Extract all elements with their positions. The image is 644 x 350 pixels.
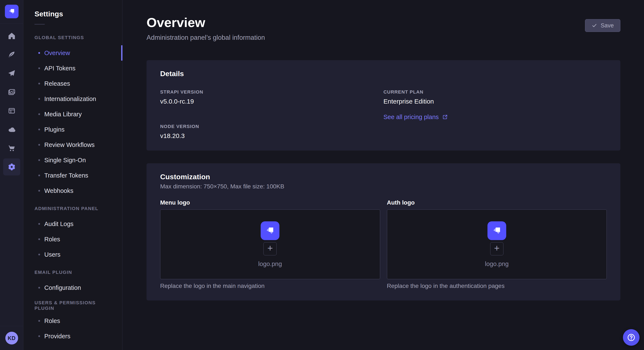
upload-label: Auth logo	[387, 199, 607, 206]
subnav-item-plugins[interactable]: Plugins	[24, 122, 122, 137]
customization-card-title: Customization	[160, 173, 607, 181]
menu-logo-caption: Replace the logo in the main navigation	[160, 283, 380, 289]
menu-logo-upload: Menu logo + logo.png	[160, 199, 380, 289]
rail-menu	[3, 27, 20, 175]
subnav-item-webhooks[interactable]: Webhooks	[24, 183, 122, 198]
pricing-plans-link-label: See all pricing plans	[384, 114, 439, 121]
section-global-settings: GLOBAL SETTINGS Overview API Tokens Rele…	[24, 30, 122, 198]
subnav-title-rule	[34, 24, 45, 24]
rail-divider-bottom	[0, 326, 23, 326]
menu-logo-dropzone[interactable]: + logo.png	[160, 209, 380, 279]
rail-item-marketplace[interactable]	[3, 140, 20, 157]
field-current-plan: CURRENT PLAN Enterprise Edition See all …	[384, 89, 607, 140]
pricing-plans-link[interactable]: See all pricing plans	[384, 114, 448, 121]
menu-logo-filename: logo.png	[258, 260, 282, 268]
subnav-item-releases[interactable]: Releases	[24, 76, 122, 91]
paper-plane-icon	[8, 69, 16, 78]
rail-item-deploy[interactable]	[3, 121, 20, 138]
details-card-title: Details	[160, 70, 607, 78]
help-button[interactable]	[623, 329, 640, 346]
subnav-item-internationalization[interactable]: Internationalization	[24, 91, 122, 107]
section-label: GLOBAL SETTINGS	[24, 30, 122, 45]
bullet-icon	[38, 320, 40, 322]
bullet-icon	[38, 52, 40, 54]
bullet-icon	[38, 144, 40, 146]
add-menu-logo-button[interactable]: +	[264, 242, 277, 255]
page-title: Overview	[146, 15, 265, 30]
section-users-permissions-plugin: USERS & PERMISSIONS PLUGIN Roles Provide…	[24, 298, 122, 344]
field-value: v18.20.3	[160, 132, 384, 140]
subnav-header: Settings	[24, 0, 122, 24]
subnav-title: Settings	[34, 10, 111, 18]
section-label: EMAIL PLUGIN	[24, 265, 122, 280]
bullet-icon	[38, 67, 40, 69]
page-header-text: Overview Administration panel’s global i…	[146, 15, 265, 41]
check-icon	[592, 23, 597, 28]
bullet-icon	[38, 98, 40, 100]
add-auth-logo-button[interactable]: +	[490, 242, 504, 255]
subnav-item-up-roles[interactable]: Roles	[24, 313, 122, 329]
user-avatar[interactable]: KD	[5, 332, 18, 345]
logo-uploads: Menu logo + logo.png	[160, 199, 607, 289]
subnav-item-api-tokens[interactable]: API Tokens	[24, 61, 122, 76]
bullet-icon	[38, 159, 40, 161]
subnav-item-single-sign-on[interactable]: Single Sign-On	[24, 153, 122, 168]
external-link-icon	[442, 114, 448, 120]
rail-item-content-manager[interactable]	[3, 46, 20, 63]
workspace-logo-wrap	[5, 0, 18, 23]
subnav-item-review-workflows[interactable]: Review Workflows	[24, 137, 122, 153]
strapi-logo[interactable]	[5, 5, 18, 18]
plus-icon: +	[494, 243, 500, 253]
subnav-item-media-library[interactable]: Media Library	[24, 107, 122, 122]
section-email-plugin: EMAIL PLUGIN Configuration	[24, 265, 122, 295]
subnav-item-transfer-tokens[interactable]: Transfer Tokens	[24, 168, 122, 183]
auth-logo-caption: Replace the logo in the authentication p…	[387, 283, 607, 289]
bullet-icon	[38, 83, 40, 84]
bullet-icon	[38, 335, 40, 337]
bullet-icon	[38, 287, 40, 289]
subnav-item-audit-logs[interactable]: Audit Logs	[24, 216, 122, 232]
rail-item-content-type-builder[interactable]	[3, 102, 20, 119]
strapi-mark-icon	[8, 7, 16, 15]
field-label: CURRENT PLAN	[384, 89, 607, 95]
bullet-icon	[38, 223, 40, 225]
auth-logo-dropzone[interactable]: + logo.png	[387, 209, 607, 279]
rail-item-settings[interactable]	[3, 159, 20, 175]
rail-item-media-library[interactable]	[3, 84, 20, 101]
strapi-mark-icon	[492, 225, 502, 236]
cart-icon	[8, 144, 16, 153]
subnav-item-up-providers[interactable]: Providers	[24, 329, 122, 344]
images-icon	[8, 88, 16, 96]
section-label: ADMINISTRATION PANEL	[24, 201, 122, 216]
help-icon	[626, 333, 636, 342]
cloud-icon	[8, 125, 16, 134]
subnav-item-overview[interactable]: Overview	[24, 45, 122, 61]
field-node-version: NODE VERSION v18.20.3	[160, 124, 384, 140]
auth-logo-upload: Auth logo + logo.png	[387, 199, 607, 289]
bullet-icon	[38, 175, 40, 176]
upload-label: Menu logo	[160, 199, 380, 206]
customization-card-subtitle: Max dimension: 750×750, Max file size: 1…	[160, 183, 607, 190]
save-button[interactable]: Save	[585, 19, 620, 32]
main-content: Overview Administration panel’s global i…	[122, 0, 644, 350]
bullet-icon	[38, 238, 40, 240]
customization-card: Customization Max dimension: 750×750, Ma…	[146, 163, 620, 301]
section-label: USERS & PERMISSIONS PLUGIN	[24, 298, 122, 313]
layout-icon	[8, 107, 16, 115]
rail-item-releases[interactable]	[3, 65, 20, 82]
rail-footer: KD	[0, 326, 23, 350]
field-label: STRAPI VERSION	[160, 89, 384, 95]
auth-logo-preview	[488, 221, 506, 240]
field-strapi-version: STRAPI VERSION v5.0.0-rc.19	[160, 89, 384, 105]
page-header: Overview Administration panel’s global i…	[146, 15, 620, 41]
rail-item-home[interactable]	[3, 27, 20, 44]
subnav-item-admin-users[interactable]: Users	[24, 247, 122, 262]
subnav-item-email-configuration[interactable]: Configuration	[24, 280, 122, 295]
bullet-icon	[38, 190, 40, 191]
feather-pen-icon	[8, 50, 16, 59]
bullet-icon	[38, 254, 40, 255]
page-subtitle: Administration panel’s global informatio…	[146, 34, 265, 41]
home-icon	[8, 32, 16, 40]
subnav-item-admin-roles[interactable]: Roles	[24, 232, 122, 247]
app-root: KD Settings GLOBAL SETTINGS Overview API…	[0, 0, 644, 350]
